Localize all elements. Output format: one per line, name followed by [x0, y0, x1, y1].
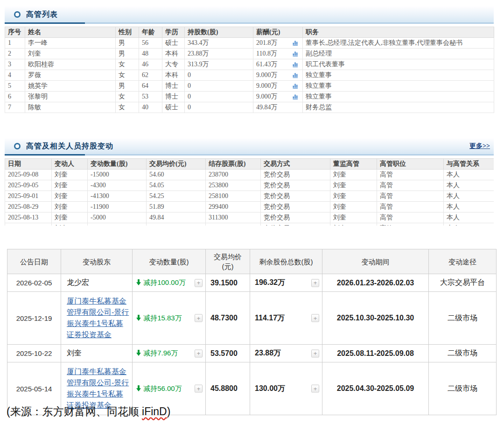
col-header-position: 职务 [303, 27, 494, 38]
executive-row: 7 陈敏 女 40 硕士 0 49.84万 财务总监 [5, 102, 494, 113]
change-balance: 258100 [206, 191, 261, 202]
expand-plus-button[interactable]: + [311, 314, 319, 322]
change-relation: 本人 [444, 191, 494, 202]
change-method: 竞价交易 [261, 191, 330, 202]
col-header-position: 高管职位 [377, 159, 444, 170]
holding-change-row: 2025-09-08 刘奎 -15000 54.60 238700 竞价交易 刘… [5, 170, 494, 180]
change-executive: 刘奎 [330, 223, 377, 226]
col-header-shares: 持股数(股) [185, 27, 253, 38]
shareholder-link[interactable]: 厦门泰牛私募基金管理有限公司-景行振兴泰牛1号私募证券投资基金 [67, 297, 129, 339]
exec-education: 博士 [162, 92, 185, 102]
exec-education: 硕士 [162, 102, 185, 113]
avg-price: 53.5700 [206, 345, 250, 362]
holdings-section-header: 高管及相关人员持股变动 更多>> [5, 138, 494, 154]
section-underline [5, 154, 494, 156]
exec-gender: 男 [116, 38, 139, 49]
change-person: 刘奎 [52, 223, 88, 226]
exec-gender: 男 [116, 81, 139, 92]
holding-change-row: 2025-09-05 刘奎 -4300 54.05 253800 竞价交易 刘奎… [5, 180, 494, 191]
col-header-method: 交易方式 [261, 159, 330, 170]
exec-index: 4 [5, 70, 25, 81]
expand-plus-button[interactable]: + [311, 385, 319, 393]
exec-gender: 女 [116, 70, 139, 81]
source-caption: (来源：东方财富网、同花顺 iFinD) [7, 404, 170, 419]
col-header-change-amount: 变动数量(股) [133, 249, 206, 274]
col-header-executive: 董监高管 [330, 159, 377, 170]
col-header-relation: 与高管关系 [444, 159, 494, 170]
holding-change-row: 2025-08-13 刘奎 -5000 49.84 311300 竞价交易 刘奎… [5, 212, 494, 223]
exec-index: 6 [5, 92, 25, 102]
change-relation: 本人 [444, 170, 494, 180]
expand-plus-button[interactable]: + [195, 279, 203, 287]
executive-row: 5 姚英学 男 64 博士 0 9.000万 独立董事 [5, 81, 494, 92]
change-executive: 刘奎 [330, 180, 377, 191]
avg-price: 45.8800 [206, 362, 250, 415]
holdings-table-clip: 日期 变动人 变动数量(股) 交易均价(元) 结存股票(股) 交易方式 董监高管… [5, 156, 494, 226]
more-link[interactable]: 更多>> [469, 142, 490, 150]
exec-gender: 男 [116, 49, 139, 59]
salary-chart-icon[interactable] [293, 72, 299, 78]
col-header-shareholder: 变动股东 [61, 249, 133, 274]
executive-row: 3 欧阳桂蓉 女 46 大专 313.9万 61.43万 职工代表董事 [5, 59, 494, 70]
executives-section-header: 高管列表 [5, 7, 494, 22]
shareholder-link[interactable]: 厦门泰牛私募基金管理有限公司-景行振兴泰牛1号私募证券投资基金 [67, 368, 129, 409]
salary-value: 201.8万 [256, 39, 278, 46]
section-underline [5, 22, 494, 24]
change-period: 2025.08.11-2025.09.08 [322, 345, 429, 362]
change-date: 2025-08-13 [5, 212, 52, 223]
exec-education: 硕士 [162, 38, 185, 49]
shareholder-change-row: 2025-12-19 厦门泰牛私募基金管理有限公司-景行振兴泰牛1号私募证券投资… [7, 292, 497, 345]
change-balance: 311300 [206, 212, 261, 223]
change-person: 刘奎 [52, 170, 88, 180]
change-balance: 238700 [206, 170, 261, 180]
executives-table: 序号 姓名 性别 年龄 学历 持股数(股) 薪酬(元) 职务 1 李一峰 男 5… [5, 27, 494, 113]
exec-gender: 女 [116, 102, 139, 113]
change-position: 高管 [377, 170, 444, 180]
executive-row: 1 李一峰 男 56 硕士 343.4万 201.8万 董事长,总经理,法定代表… [5, 38, 494, 49]
shareholder-change-table: 公告日期 变动股东 变动数量(股) 交易均价 (元) 剩余股份总数(股) 变动期… [7, 249, 497, 415]
salary-chart-icon[interactable] [293, 40, 299, 46]
salary-chart-icon[interactable] [293, 62, 299, 67]
exec-age: 48 [139, 49, 162, 59]
exec-shares: 23.88万 [185, 49, 253, 59]
exec-age: 53 [139, 92, 162, 102]
exec-education: 博士 [162, 81, 185, 92]
salary-chart-icon[interactable] [293, 94, 299, 99]
exec-name: 欧阳桂蓉 [25, 59, 116, 70]
change-amount: -4300 [88, 180, 147, 191]
holding-change-row: 刘奎 竞价交易 刘奎 高管 本人 [5, 223, 494, 226]
exec-age: 56 [139, 38, 162, 49]
col-header-date: 日期 [5, 159, 52, 170]
section-bullet-icon [14, 11, 21, 18]
col-header-remaining: 剩余股份总数(股) [250, 249, 322, 274]
source-caption-suffix: ) [167, 405, 171, 418]
change-relation: 本人 [444, 212, 494, 223]
exec-index: 5 [5, 81, 25, 92]
exec-shares: 0 [185, 70, 253, 81]
expand-plus-button[interactable]: + [311, 279, 319, 287]
expand-plus-button[interactable]: + [195, 385, 203, 393]
exec-index: 2 [5, 49, 25, 59]
remaining-shares-cell: 23.88万 + [250, 345, 322, 362]
expand-plus-button[interactable]: + [195, 314, 203, 322]
holdings-table-header-row: 日期 变动人 变动数量(股) 交易均价(元) 结存股票(股) 交易方式 董监高管… [5, 159, 494, 170]
shareholder-cell: 刘奎 [61, 345, 133, 362]
shareholder-cell: 龙少宏 [61, 274, 133, 292]
change-avg-price [147, 223, 206, 226]
col-header-name: 姓名 [25, 27, 116, 38]
change-amount-text: 减持15.83万 [143, 314, 182, 322]
exec-index: 7 [5, 102, 25, 113]
exec-name: 李一峰 [25, 38, 116, 49]
change-avg-price: 49.84 [147, 212, 206, 223]
exec-name: 姚英学 [25, 81, 116, 92]
expand-plus-button[interactable]: + [311, 349, 319, 357]
executives-section-title: 高管列表 [26, 10, 58, 20]
exec-shares: 0 [185, 92, 253, 102]
salary-chart-icon[interactable] [293, 51, 299, 57]
salary-chart-icon[interactable] [293, 83, 299, 89]
exec-shares: 0 [185, 81, 253, 92]
remaining-shares-value: 23.88万 [255, 349, 281, 357]
shareholder-cell: 厦门泰牛私募基金管理有限公司-景行振兴泰牛1号私募证券投资基金 [61, 292, 133, 345]
holdings-section-title: 高管及相关人员持股变动 [26, 142, 113, 151]
expand-plus-button[interactable]: + [195, 349, 203, 357]
